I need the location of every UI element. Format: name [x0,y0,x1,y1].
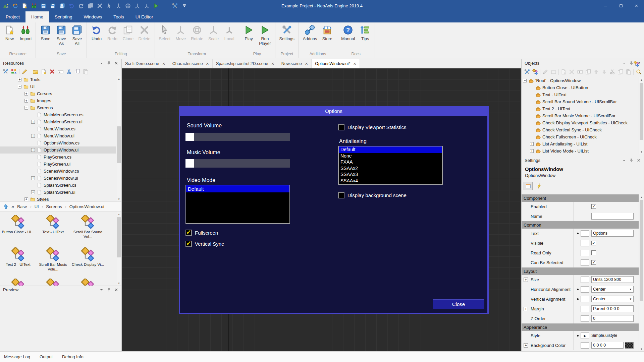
chevron-down-icon[interactable] [99,288,104,292]
menu-tab-ui-editor[interactable]: UI Editor [130,11,159,22]
chevron-down-icon[interactable] [99,61,104,65]
options-dialog[interactable]: Options Sound Volume Music Volume Video … [179,106,489,314]
expander-plus-icon[interactable]: + [31,148,35,152]
settings-icon[interactable] [524,69,530,75]
expander-plus-icon[interactable]: + [530,149,534,153]
property-checkbox[interactable] [591,250,596,255]
tree-item[interactable]: Check Fullscreen - UICheck [522,133,639,140]
antialiasing-list[interactable]: DefaultNoneFXAASSAAx2SSAAx3SSAAx4 [338,146,443,185]
resource-item[interactable]: Text - UIText [36,215,70,235]
menu-tab-tools[interactable]: Tools [108,11,130,22]
breadcrumb-segment[interactable]: OptionsWindow.ui [69,204,104,209]
default-value-box[interactable] [581,277,589,283]
close-tab-icon[interactable]: ✕ [271,62,274,66]
expander-plus-icon[interactable]: + [524,278,528,282]
tree-item[interactable]: +Tools [0,76,116,83]
expander-plus-icon[interactable]: + [31,190,35,194]
property-checkbox[interactable]: ✓ [591,260,596,265]
default-value-box[interactable] [581,250,589,256]
list-item[interactable]: None [339,153,442,159]
tree-item[interactable]: +MenuWindow.ui [0,132,116,139]
settings-button[interactable]: Settings [277,23,297,41]
expander-plus-icon[interactable]: + [524,343,528,348]
menu-tab-windows[interactable]: Windows [78,11,108,22]
shapes-icon[interactable] [11,68,17,75]
list-item[interactable]: FXAA [339,159,442,165]
run-player-button[interactable]: Run Player [257,23,273,46]
component-icon[interactable] [532,69,538,75]
undo-icon[interactable] [68,2,75,10]
resource-item[interactable]: Text 2 - UIText [1,247,35,267]
doc-tab[interactable]: OptionsWindow.ui*✕ [312,59,360,68]
manual-button[interactable]: ?Manual [339,23,357,41]
new-folder-icon[interactable] [32,68,39,75]
save-all-button[interactable]: Save All [69,23,85,46]
resource-item[interactable]: Check Display Vi... [71,247,105,267]
import-button[interactable]: Import [17,23,34,41]
close-tab-icon[interactable]: ✕ [206,62,209,66]
clone-icon[interactable] [87,2,94,10]
property-textbox[interactable] [591,213,634,220]
tree-item[interactable]: PlayScreen.ui [0,161,116,168]
tree-item[interactable]: +Styles [0,196,116,201]
color-swatch[interactable] [625,342,634,349]
ui-editor-canvas[interactable]: Options Sound Volume Music Volume Video … [122,68,521,351]
video-mode-list[interactable]: Default [185,185,290,224]
tree-item[interactable]: OptionsWindow.cs [0,139,116,146]
chevron-down-icon[interactable] [622,158,626,163]
pin-icon[interactable] [107,61,111,65]
default-value-box[interactable]: ▶ [581,333,589,339]
sound-volume-scrollbar[interactable] [185,133,290,141]
expander-minus-icon[interactable]: − [24,106,28,110]
close-tab-icon[interactable]: ✕ [305,62,308,66]
tree-item[interactable]: +Cursors [0,90,116,97]
tree-item[interactable]: ScenesWindow.cs [0,168,116,175]
resource-item[interactable] [71,279,105,286]
display-background-scene-checkbox[interactable] [338,192,344,198]
scroll-down-icon[interactable]: ▾ [116,196,121,201]
expander-plus-icon[interactable]: + [524,307,528,311]
close-icon[interactable] [114,61,118,65]
tree-item[interactable]: +List Antialiasing - UIList [522,140,639,147]
scroll-thumb[interactable] [117,126,121,163]
fullscreen-checkbox[interactable]: ✓ [185,230,192,236]
tree-item[interactable]: −Screens [0,104,116,111]
expander-minus-icon[interactable]: − [18,85,21,88]
resource-item[interactable]: Scroll Bar Sound Vol... [71,215,105,239]
property-dropdown[interactable]: Center▼ [591,296,634,302]
scroll-up-icon[interactable]: ▴ [639,194,644,199]
default-value-box[interactable] [581,306,589,312]
play-button[interactable]: Play [241,23,257,41]
property-textbox[interactable]: 0 [591,315,634,322]
chevron-down-icon[interactable] [622,61,626,65]
expander-plus-icon[interactable]: + [18,78,21,81]
copy-icon[interactable] [74,68,80,75]
settings-icon[interactable] [2,68,9,75]
search-icon[interactable] [636,69,642,75]
expander-plus-icon[interactable]: + [530,142,534,146]
doc-tab[interactable]: Spaceship control 2D.scene✕ [213,59,278,68]
tree-item[interactable]: Check Display Viewport Statistics - UICh… [522,119,639,126]
resources-tree-scrollbar[interactable]: ▴▾ [116,76,121,201]
list-item[interactable]: Default [339,146,442,153]
import-icon[interactable] [30,2,38,10]
property-textbox[interactable]: Options [591,230,634,237]
scroll-down-icon[interactable]: ▾ [639,149,644,154]
close-icon[interactable] [114,288,118,292]
close-button[interactable]: Close [433,299,484,309]
up-arrow-icon[interactable] [3,204,8,209]
tree-item[interactable]: +ScenesWindow.ui [0,175,116,182]
rename-icon[interactable] [57,68,64,75]
sound-volume-thumb[interactable] [185,133,194,141]
resource-item[interactable] [36,279,70,286]
new-button[interactable]: New [2,23,17,41]
store-button[interactable]: Store [319,23,335,41]
save-as-button[interactable]: Save As [53,23,69,46]
status-tab-message-log[interactable]: Message Log [4,354,30,359]
default-value-box[interactable] [581,230,589,237]
tree-item[interactable]: Scroll Bar Music Volume - UIScrollBar [522,112,639,119]
display-viewport-statistics-checkbox[interactable] [338,124,344,130]
expander-plus-icon[interactable]: + [24,92,28,96]
scroll-thumb[interactable] [640,83,643,140]
doc-tab[interactable]: Character.scene✕ [169,59,213,68]
